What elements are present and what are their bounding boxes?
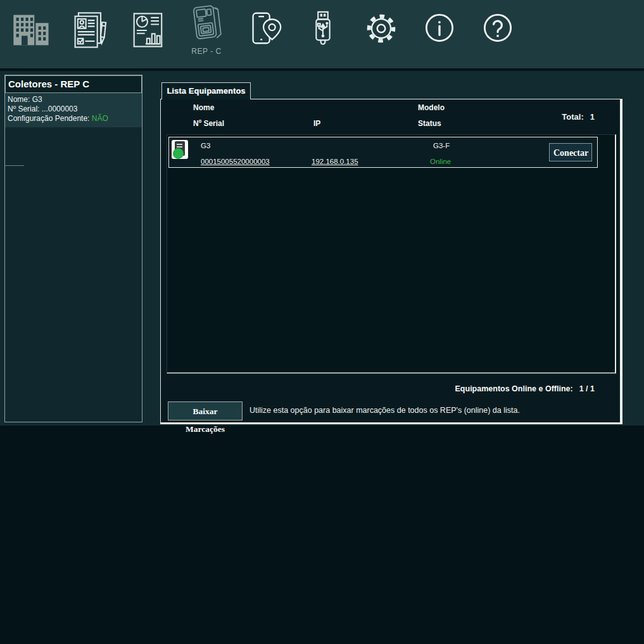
device-name-line: Nome: G3 <box>8 95 139 104</box>
row-serial: 00015005520000003 <box>201 158 270 165</box>
rep-c-button[interactable]: REP - C <box>177 0 236 66</box>
rep-c-label: REP - C <box>191 47 221 56</box>
employee-record-icon <box>68 9 111 52</box>
toolbar: REP - C <box>0 0 644 70</box>
collector-device-item[interactable]: Nome: G3 Nº Serial: ...0000003 Configura… <box>5 93 142 127</box>
rep-c-icon <box>186 4 227 46</box>
column-header-status: Status <box>418 119 441 128</box>
row-nome: G3 <box>201 142 210 149</box>
info-button[interactable] <box>410 0 469 66</box>
row-ip: 192.168.0.135 <box>312 158 358 165</box>
online-offline-summary: Equipamentos Online e Offline:1 / 1 <box>455 384 595 393</box>
company-icon <box>10 9 53 52</box>
report-button[interactable] <box>119 0 177 66</box>
row-status: Online <box>430 158 451 165</box>
mobile-location-button[interactable] <box>236 0 294 66</box>
device-config-line: Configuração Pendente: NÃO <box>8 114 139 123</box>
device-thumbnail-icon <box>172 140 188 159</box>
device-serial-line: Nº Serial: ...0000003 <box>8 104 139 114</box>
total-counter: Total:1 <box>562 112 595 122</box>
row-modelo: G3-F <box>433 142 450 149</box>
employee-record-button[interactable] <box>61 0 119 66</box>
equipment-panel: Lista Equipamentos Nome Nº Serial IP Mod… <box>160 82 622 424</box>
company-button[interactable] <box>3 0 61 66</box>
tab-lista-equipamentos[interactable]: Lista Equipamentos <box>161 82 251 99</box>
collectors-panel: Coletores - REP C Nome: G3 Nº Serial: ..… <box>4 75 142 422</box>
column-header-serial: Nº Serial <box>193 119 224 128</box>
equipment-panel-body: Nome Nº Serial IP Modelo Status Total:1 … <box>160 99 622 424</box>
connect-button[interactable]: Conectar <box>549 143 592 161</box>
column-header-nome: Nome <box>193 103 214 112</box>
total-value: 1 <box>590 112 595 122</box>
usb-icon <box>303 9 343 48</box>
help-button[interactable] <box>469 0 527 66</box>
settings-button[interactable] <box>352 0 410 66</box>
collectors-panel-title: Coletores - REP C <box>5 75 142 93</box>
mobile-location-icon <box>245 9 284 48</box>
help-icon <box>479 9 517 47</box>
equipment-list: G3 00015005520000003 192.168.0.135 G3-F … <box>167 134 616 374</box>
equipment-row[interactable]: G3 00015005520000003 192.168.0.135 G3-F … <box>168 137 598 168</box>
info-icon <box>420 9 458 47</box>
download-markings-button[interactable]: Baixar Marcações <box>168 401 243 420</box>
column-header-modelo: Modelo <box>418 103 445 112</box>
gear-icon <box>362 9 401 48</box>
online-offline-value: 1 / 1 <box>579 384 595 393</box>
report-icon <box>127 9 170 52</box>
download-hint-text: Utilize esta opção para baixar marcações… <box>249 406 520 415</box>
tree-connector-line <box>5 165 24 166</box>
config-pending-value: NÃO <box>92 114 108 123</box>
online-status-dot <box>173 148 184 159</box>
usb-button[interactable] <box>294 0 352 66</box>
column-header-ip: IP <box>313 119 320 128</box>
